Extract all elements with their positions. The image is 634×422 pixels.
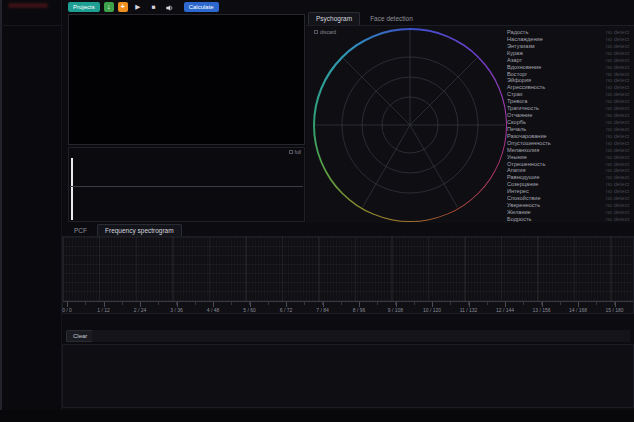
emotion-name: Вдохновение bbox=[507, 64, 541, 71]
playhead-cursor[interactable] bbox=[71, 158, 73, 220]
clear-row-strip bbox=[92, 330, 630, 342]
import-button[interactable]: ↓ bbox=[104, 2, 114, 12]
add-icon: + bbox=[121, 3, 125, 10]
emotion-row: Печаль no detect bbox=[507, 126, 629, 133]
emotion-value: no detect bbox=[606, 91, 629, 98]
emotion-name: Отчаяние bbox=[507, 112, 532, 119]
play-icon: ▶ bbox=[135, 3, 140, 10]
emotion-row: Равнодушие no detect bbox=[507, 174, 629, 181]
full-checkbox[interactable] bbox=[289, 150, 293, 154]
emotion-value: no detect bbox=[606, 174, 629, 181]
emotion-row: Отрешенность no detect bbox=[507, 161, 629, 168]
tab-face-detection[interactable]: Face detection bbox=[362, 12, 421, 25]
emotion-name: Меланхолия bbox=[507, 147, 539, 154]
emotion-name: Агрессивность bbox=[507, 84, 545, 91]
emotion-row: Желание no detect bbox=[507, 209, 629, 216]
emotion-value: no detect bbox=[606, 71, 629, 78]
emotion-row: Бодрость no detect bbox=[507, 216, 629, 223]
ruler-tick-label: 0 / 0 bbox=[62, 307, 72, 313]
emotion-value: no detect bbox=[606, 84, 629, 91]
psychogram-chart bbox=[313, 28, 507, 222]
emotion-value: no detect bbox=[606, 119, 629, 126]
clear-button[interactable]: Clear bbox=[66, 330, 94, 342]
emotion-value: no detect bbox=[606, 133, 629, 140]
ruler-tick-label: 8 / 96 bbox=[353, 307, 366, 313]
emotion-value: no detect bbox=[606, 147, 629, 154]
emotion-row: Разочарование no detect bbox=[507, 133, 629, 140]
emotion-name: Азарт bbox=[507, 57, 522, 64]
main-toolbar: Projects ↓ + ▶ ■ Calculate bbox=[68, 1, 219, 13]
emotion-name: Равнодушие bbox=[507, 174, 540, 181]
emotion-value: no detect bbox=[606, 126, 629, 133]
emotion-value: no detect bbox=[606, 202, 629, 209]
emotion-name: Трагичность bbox=[507, 105, 539, 112]
ruler-tick-label: 2 / 24 bbox=[134, 307, 147, 313]
emotion-value: no detect bbox=[606, 188, 629, 195]
emotion-name: Тревога bbox=[507, 98, 527, 105]
emotion-value: no detect bbox=[606, 36, 629, 43]
emotion-row: Вдохновение no detect bbox=[507, 64, 629, 71]
emotion-value: no detect bbox=[606, 154, 629, 161]
full-checkbox-label: full bbox=[295, 149, 301, 155]
emotion-value: no detect bbox=[606, 161, 629, 168]
spectrogram-grid bbox=[63, 237, 633, 301]
sidebar-divider bbox=[0, 25, 62, 26]
emotion-row: Опустошенность no detect bbox=[507, 140, 629, 147]
projects-button[interactable]: Projects bbox=[68, 2, 100, 12]
video-preview bbox=[68, 14, 305, 145]
emotion-row: Эйфория no detect bbox=[507, 77, 629, 84]
emotion-row: Уверенность no detect bbox=[507, 202, 629, 209]
stop-button[interactable]: ■ bbox=[148, 2, 160, 12]
waveform-panel: full bbox=[68, 147, 305, 222]
audio-button[interactable] bbox=[164, 2, 176, 12]
emotion-row: Апатия no detect bbox=[507, 167, 629, 174]
calculate-button[interactable]: Calculate bbox=[184, 2, 219, 12]
emotion-row: Энтузиазм no detect bbox=[507, 43, 629, 50]
emotion-row: Радость no detect bbox=[507, 29, 629, 36]
emotion-row: Отчаяние no detect bbox=[507, 112, 629, 119]
emotion-value: no detect bbox=[606, 105, 629, 112]
spectrogram-panel: 0 / 0 1 / 12 2 / 24 3 / 36 bbox=[62, 236, 634, 314]
emotion-name: Разочарование bbox=[507, 133, 547, 140]
emotion-value: no detect bbox=[606, 181, 629, 188]
emotion-name: Скорбь bbox=[507, 119, 526, 126]
emotion-row: Азарт no detect bbox=[507, 57, 629, 64]
emotion-value: no detect bbox=[606, 98, 629, 105]
emotions-list: Радость no detect Наслаждение no detect … bbox=[507, 29, 629, 223]
emotion-row: Трагичность no detect bbox=[507, 105, 629, 112]
emotion-row: Агрессивность no detect bbox=[507, 84, 629, 91]
emotion-name: Восторг bbox=[507, 71, 527, 78]
emotion-value: no detect bbox=[606, 43, 629, 50]
emotion-row: Меланхолия no detect bbox=[507, 147, 629, 154]
emotion-name: Кураж bbox=[507, 50, 523, 57]
emotion-name: Желание bbox=[507, 209, 531, 216]
ruler-tick-label: 13 / 156 bbox=[532, 307, 550, 313]
emotion-value: no detect bbox=[606, 167, 629, 174]
ruler-tick-label: 6 / 72 bbox=[280, 307, 293, 313]
sidebar-scrollbar bbox=[0, 0, 2, 422]
emotion-name: Спокойствие bbox=[507, 195, 541, 202]
ruler-minor-ticks bbox=[67, 302, 627, 305]
play-button[interactable]: ▶ bbox=[132, 2, 144, 12]
emotion-name: Интерес bbox=[507, 188, 529, 195]
add-button[interactable]: + bbox=[118, 2, 128, 12]
time-ruler: 0 / 0 1 / 12 2 / 24 3 / 36 bbox=[63, 301, 633, 314]
ruler-tick-label: 10 / 120 bbox=[423, 307, 441, 313]
emotion-value: no detect bbox=[606, 216, 629, 223]
projects-sidebar bbox=[0, 0, 62, 422]
ruler-tick-label: 7 / 84 bbox=[316, 307, 329, 313]
emotion-name: Эйфория bbox=[507, 77, 531, 84]
app-window: Projects ↓ + ▶ ■ Calculate full Psychogr… bbox=[0, 0, 634, 422]
emotion-name: Апатия bbox=[507, 167, 525, 174]
ruler-tick-label: 4 / 48 bbox=[207, 307, 220, 313]
stop-icon: ■ bbox=[152, 3, 156, 10]
emotion-row: Восторг no detect bbox=[507, 71, 629, 78]
tab-psychogram[interactable]: Psychogram bbox=[308, 12, 360, 25]
emotion-name: Уныние bbox=[507, 154, 527, 161]
emotion-value: no detect bbox=[606, 140, 629, 147]
emotion-value: no detect bbox=[606, 64, 629, 71]
emotion-name: Печаль bbox=[507, 126, 526, 133]
emotion-name: Уверенность bbox=[507, 202, 540, 209]
ruler-tick-label: 11 / 132 bbox=[460, 307, 478, 313]
emotion-name: Отрешенность bbox=[507, 161, 545, 168]
